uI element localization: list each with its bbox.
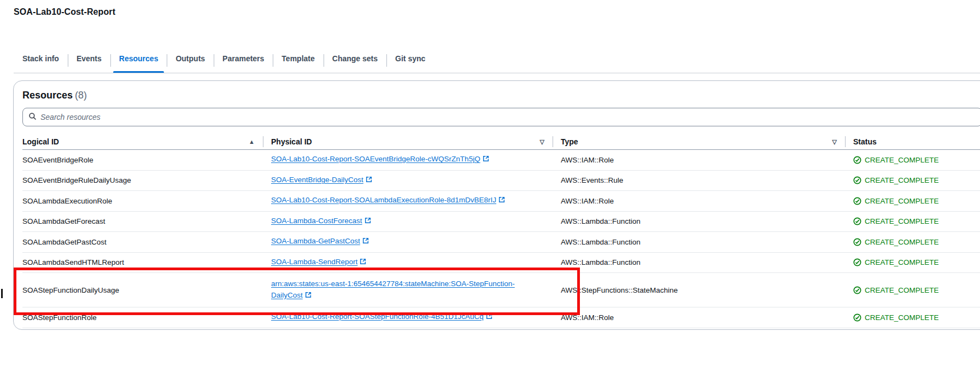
logical-id-cell: SOALambdaGetPastCost [22, 238, 271, 246]
tab-outputs[interactable]: Outputs [167, 49, 214, 73]
tab-label: Resources [119, 54, 159, 63]
status-text: CREATE_COMPLETE [865, 313, 939, 322]
tab-parameters[interactable]: Parameters [214, 49, 273, 73]
panel-title-text: Resources [22, 90, 73, 101]
resources-table: Logical ID ▲ Physical ID ▽ Type ▽ Status… [22, 133, 980, 328]
table-row: SOALambdaSendHTMLReport SOA-Lambda-SendR… [22, 253, 980, 274]
external-link-icon [486, 312, 492, 323]
tab-resources[interactable]: Resources [110, 49, 167, 73]
status-text: CREATE_COMPLETE [865, 176, 939, 184]
status-text: CREATE_COMPLETE [865, 197, 939, 205]
status-text: CREATE_COMPLETE [865, 286, 939, 294]
status-cell: CREATE_COMPLETE [853, 176, 980, 184]
tab-label: Outputs [175, 54, 205, 63]
logical-id-cell: SOAStepFunctionDailyUsage [22, 286, 271, 294]
table-row: SOAEventBridgeRole SOA-Lab10-Cost-Report… [22, 150, 980, 171]
page-title: SOA-Lab10-Cost-Report [14, 7, 115, 17]
physical-id-cell: SOA-EventBridge-DailyCost [271, 175, 544, 187]
physical-id-link[interactable]: arn:aws:states:us-east-1:654654427784:st… [271, 280, 515, 299]
table-row: SOALambdaGetPastCost SOA-Lambda-GetPastC… [22, 232, 980, 253]
external-link-icon [366, 175, 372, 187]
external-link-icon [498, 195, 505, 207]
physical-id-cell: SOA-Lambda-GetPastCost [271, 236, 544, 248]
sort-ascending-icon[interactable]: ▲ [249, 139, 255, 145]
text-caret [1, 289, 3, 298]
status-cell: CREATE_COMPLETE [853, 258, 980, 266]
status-cell: CREATE_COMPLETE [853, 238, 980, 246]
logical-id-cell: SOALambdaGetForecast [22, 217, 271, 225]
tab-events[interactable]: Events [68, 49, 110, 73]
external-link-icon [305, 290, 312, 302]
status-text: CREATE_COMPLETE [865, 238, 939, 246]
tab-label: Stack info [22, 54, 59, 63]
tab-git-sync[interactable]: Git sync [386, 49, 434, 73]
physical-id-cell: SOA-Lambda-SendReport [271, 257, 544, 269]
sort-icon[interactable]: ▽ [540, 139, 544, 145]
logical-id-cell: SOALambdaExecutionRole [22, 197, 271, 205]
status-text: CREATE_COMPLETE [865, 258, 939, 266]
table-row: SOAStepFunctionRole SOA-Lab10-Cost-Repor… [22, 307, 980, 328]
table-body: SOAEventBridgeRole SOA-Lab10-Cost-Report… [22, 150, 980, 328]
check-circle-icon [853, 217, 861, 225]
physical-id-cell: SOA-Lab10-Cost-Report-SOAStepFunctionRol… [271, 311, 544, 323]
column-header-type[interactable]: Type ▽ [561, 133, 853, 150]
status-cell: CREATE_COMPLETE [853, 156, 980, 164]
type-cell: AWS::Events::Rule [561, 176, 853, 184]
panel-title: Resources(8) [22, 90, 87, 101]
physical-id-cell: arn:aws:states:us-east-1:654654427784:st… [271, 278, 544, 302]
external-link-icon [483, 154, 489, 166]
physical-id-link[interactable]: SOA-Lab10-Cost-Report-SOAStepFunctionRol… [271, 312, 492, 321]
check-circle-icon [853, 176, 861, 184]
resource-count: (8) [75, 90, 87, 101]
check-circle-icon [853, 156, 861, 164]
physical-id-cell: SOA-Lambda-CostForecast [271, 216, 544, 228]
table-row: SOAEventBridgeRuleDailyUsage SOA-EventBr… [22, 171, 980, 191]
type-cell: AWS::StepFunctions::StateMachine [561, 286, 853, 294]
type-cell: AWS::Lambda::Function [561, 258, 853, 266]
column-header-status[interactable]: Status [853, 133, 980, 150]
tab-bar: Stack info Events Resources Outputs Para… [14, 49, 434, 73]
tab-label: Template [281, 54, 314, 63]
search-input[interactable] [40, 113, 976, 121]
logical-id-cell: SOAStepFunctionRole [22, 313, 271, 322]
type-cell: AWS::IAM::Role [561, 197, 853, 205]
status-cell: CREATE_COMPLETE [853, 197, 980, 205]
type-cell: AWS::Lambda::Function [561, 217, 853, 225]
column-header-physical-id[interactable]: Physical ID ▽ [271, 133, 561, 150]
tab-label: Git sync [395, 54, 425, 63]
tab-change-sets[interactable]: Change sets [324, 49, 386, 73]
tab-label: Parameters [222, 54, 264, 63]
physical-id-link[interactable]: SOA-Lambda-GetPastCost [271, 237, 369, 245]
type-cell: AWS::IAM::Role [561, 156, 853, 164]
check-circle-icon [853, 258, 861, 266]
physical-id-link[interactable]: SOA-Lambda-SendReport [271, 258, 366, 266]
external-link-icon [365, 216, 371, 228]
tab-stack-info[interactable]: Stack info [14, 49, 68, 73]
tab-template[interactable]: Template [273, 49, 323, 73]
tab-label: Change sets [332, 54, 378, 63]
table-row: SOALambdaExecutionRole SOA-Lab10-Cost-Re… [22, 191, 980, 212]
table-header-row: Logical ID ▲ Physical ID ▽ Type ▽ Status [22, 133, 980, 150]
status-text: CREATE_COMPLETE [865, 217, 939, 225]
search-icon [28, 112, 37, 123]
check-circle-icon [853, 313, 861, 322]
physical-id-cell: SOA-Lab10-Cost-Report-SOAEventBridgeRole… [271, 154, 544, 166]
logical-id-cell: SOAEventBridgeRuleDailyUsage [22, 176, 271, 184]
physical-id-link[interactable]: SOA-Lambda-CostForecast [271, 217, 371, 225]
status-cell: CREATE_COMPLETE [853, 286, 980, 294]
search-box[interactable] [22, 108, 980, 126]
physical-id-cell: SOA-Lab10-Cost-Report-SOALambdaExecution… [271, 195, 544, 207]
status-cell: CREATE_COMPLETE [853, 217, 980, 225]
resources-panel: Resources(8) Logical ID ▲ Physical ID ▽ … [13, 80, 980, 330]
column-header-logical-id[interactable]: Logical ID ▲ [22, 133, 271, 150]
logical-id-cell: SOALambdaSendHTMLReport [22, 258, 271, 266]
check-circle-icon [853, 197, 861, 205]
status-text: CREATE_COMPLETE [865, 156, 939, 164]
physical-id-link[interactable]: SOA-EventBridge-DailyCost [271, 176, 372, 184]
sort-icon[interactable]: ▽ [832, 139, 837, 145]
physical-id-link[interactable]: SOA-Lab10-Cost-Report-SOAEventBridgeRole… [271, 155, 489, 163]
external-link-icon [360, 257, 366, 269]
tab-baseline-divider [14, 73, 980, 73]
type-cell: AWS::IAM::Role [561, 313, 853, 322]
physical-id-link[interactable]: SOA-Lab10-Cost-Report-SOALambdaExecution… [271, 196, 505, 204]
